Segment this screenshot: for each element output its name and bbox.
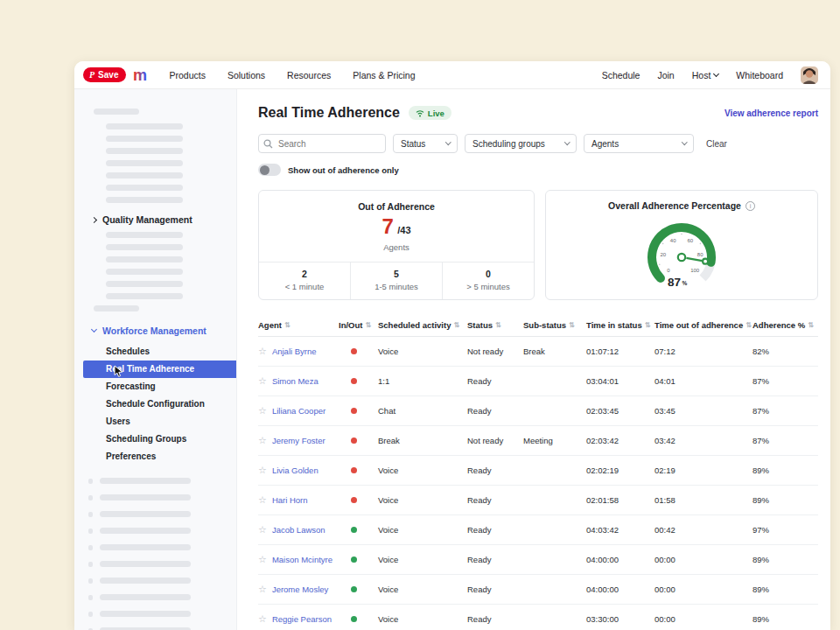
nav-item-host[interactable]: Host [692,70,719,80]
sort-icon[interactable]: ⇅ [569,321,575,329]
column-header-scheduled-activity[interactable]: Scheduled activity⇅ [378,320,467,330]
status-filter-dropdown[interactable]: Status [393,134,458,153]
skeleton-bar [106,256,183,262]
activity-cell: Voice [378,614,467,624]
breakdown-over-5-minutes: 0 > 5 minutes [442,262,534,299]
skeleton-bar [106,136,183,142]
column-header-in-out[interactable]: In/Out⇅ [339,320,378,330]
nav-item-schedule[interactable]: Schedule [602,70,640,80]
brand-logo[interactable]: m [132,66,151,84]
sort-icon[interactable]: ⇅ [808,321,814,329]
scheduling-groups-filter-dropdown[interactable]: Scheduling groups [465,134,577,153]
column-header-time-in-status[interactable]: Time in status⇅ [586,320,654,330]
skeleton-chevron [88,612,93,617]
agent-name-link[interactable]: Jerome Mosley [272,584,328,594]
star-icon[interactable]: ☆ [258,375,267,387]
time-out-of-adherence-cell: 03:45 [654,406,752,416]
skeleton-bar [100,594,191,600]
in-adherence-dot [351,616,357,622]
agent-name-link[interactable]: Anjali Byrne [272,346,317,356]
sidebar-section-workforce-management[interactable]: Workforce Management [74,320,236,341]
agent-name-link[interactable]: Hari Horn [272,495,308,505]
agent-name-link[interactable]: Simon Meza [272,376,318,386]
sort-icon[interactable]: ⇅ [453,321,459,329]
main-content: Real Time Adherence Live View adherence … [237,89,830,630]
sidebar-item-scheduling-groups[interactable]: Scheduling Groups [74,430,236,448]
in-adherence-dot [351,527,357,533]
time-out-of-adherence-cell: 03:42 [654,436,752,445]
nav-item-whiteboard[interactable]: Whiteboard [736,70,783,80]
agent-cell: ☆Jacob Lawson [258,524,339,536]
search-input[interactable] [258,134,386,153]
pinterest-save-button[interactable]: P Save [83,67,126,82]
agents-filter-dropdown[interactable]: Agents [584,134,694,153]
table-body: ☆Anjali ByrneVoiceNot readyBreak01:07:12… [258,337,818,630]
activity-cell: 1:1 [378,376,467,386]
star-icon[interactable]: ☆ [258,435,267,446]
sort-icon[interactable]: ⇅ [645,321,651,329]
star-icon[interactable]: ☆ [258,346,267,357]
nav-item-plans-pricing[interactable]: Plans & Pricing [353,70,415,80]
clear-filters-link[interactable]: Clear [706,139,727,149]
agent-name-link[interactable]: Jacob Lawson [272,525,326,535]
column-header-sub-status[interactable]: Sub-status⇅ [523,320,586,330]
column-label: Status [467,320,493,330]
search-box [258,134,386,153]
star-icon[interactable]: ☆ [258,405,267,416]
column-label: Time in status [586,320,642,330]
view-adherence-report-link[interactable]: View adherence report [724,108,818,118]
skeleton-group [74,108,236,115]
skeleton-bar [106,123,183,130]
agent-name-link[interactable]: Livia Golden [272,466,318,475]
sidebar-item-users[interactable]: Users [74,413,236,430]
activity-cell: Chat [378,406,467,416]
sort-icon[interactable]: ⇅ [495,321,501,329]
time-in-status-cell: 03:04:01 [586,376,654,386]
column-header-adherence-[interactable]: Adherence %⇅ [752,320,818,330]
toggle-knob [260,165,270,175]
info-icon[interactable]: i [746,201,755,211]
status-cell: Ready [467,614,523,624]
column-header-status[interactable]: Status⇅ [467,320,523,330]
sidebar-item-schedules[interactable]: Schedules [74,343,236,360]
column-header-time-out-of-adherence[interactable]: Time out of adherence⇅ [654,320,752,330]
star-icon[interactable]: ☆ [258,584,267,595]
column-label: Scheduled activity [378,320,451,330]
sort-icon[interactable]: ⇅ [746,321,752,329]
agent-name-link[interactable]: Jeremy Foster [272,436,326,445]
nav-item-resources[interactable]: Resources [287,70,331,80]
activity-cell: Voice [378,466,467,475]
sort-icon[interactable]: ⇅ [284,321,290,329]
chevron-down-icon [564,139,570,144]
star-icon[interactable]: ☆ [258,554,267,565]
nav-item-solutions[interactable]: Solutions [228,70,265,80]
sort-icon[interactable]: ⇅ [365,321,371,329]
user-avatar[interactable] [801,66,818,84]
sidebar-item-forecasting[interactable]: Forecasting [74,378,236,396]
gauge-tick-label: 100 [690,268,700,273]
star-icon[interactable]: ☆ [258,465,267,476]
time-in-status-cell: 01:07:12 [586,346,654,356]
nav-item-join[interactable]: Join [657,70,674,80]
star-icon[interactable]: ☆ [258,524,267,536]
star-icon[interactable]: ☆ [258,613,267,625]
in-out-cell [339,406,378,416]
agent-name-link[interactable]: Reggie Pearson [272,614,332,624]
adherence-cell: 82% [752,346,818,356]
out-of-adherence-summary: Out of Adherence 7 /43 Agents [259,191,534,262]
star-icon[interactable]: ☆ [258,494,267,506]
in-out-cell [339,584,378,594]
nav-item-products[interactable]: Products [169,70,205,80]
sidebar-section-quality-management[interactable]: Quality Management [74,209,236,230]
skeleton-row [74,528,236,534]
agent-name-link[interactable]: Maison Mcintyre [272,555,332,564]
sidebar-item-preferences[interactable]: Preferences [74,448,236,466]
sidebar-item-real-time-adherence[interactable]: Real Time Adherence [83,360,236,378]
time-out-of-adherence-cell: 00:00 [654,584,752,594]
sidebar-item-schedule-configuration[interactable]: Schedule Configuration [74,396,236,413]
gauge-minor-tick [700,243,702,245]
column-header-agent[interactable]: Agent⇅ [258,320,339,330]
skeleton-row [74,561,236,567]
out-of-adherence-toggle[interactable] [258,164,281,176]
agent-name-link[interactable]: Liliana Cooper [272,406,326,416]
